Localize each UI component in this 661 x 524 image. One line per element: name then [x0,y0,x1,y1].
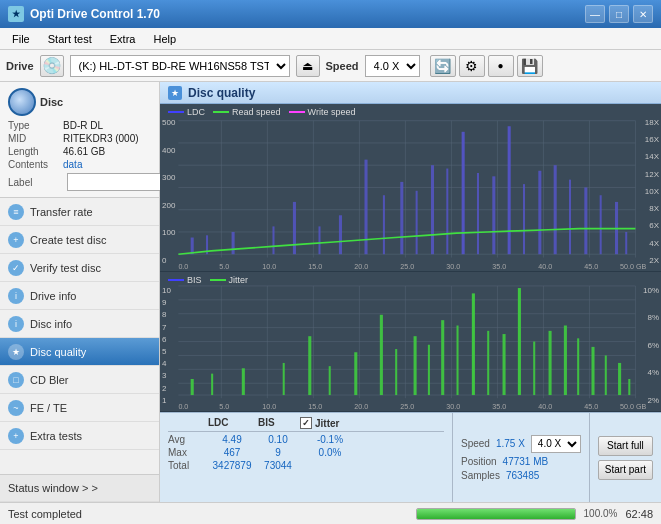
svg-text:50.0 GB: 50.0 GB [620,261,646,270]
progress-bar-fill [417,509,575,519]
svg-rect-87 [472,293,475,395]
svg-rect-79 [329,366,331,395]
stats-table-container: LDC BIS ✓ Jitter Avg 4.49 0. [160,413,452,502]
disc-quality-label: Disc quality [30,346,86,358]
svg-rect-22 [293,202,296,254]
jitter-checkbox[interactable]: ✓ [300,417,312,429]
speed-select-stats[interactable]: 4.0 X [531,435,581,453]
main-layout: Disc Type BD-R DL MID RITEKDR3 (000) Len… [0,82,661,502]
svg-text:10.0: 10.0 [262,402,276,411]
save-button[interactable]: 💾 [517,55,543,77]
svg-rect-76 [242,368,245,395]
statusbar: Test completed 100.0% 62:48 [0,502,661,524]
minimize-button[interactable]: — [585,5,605,23]
toolbar-buttons: 🔄 ⚙ ● 💾 [430,55,543,77]
ldc-max: 467 [208,447,256,458]
menu-file[interactable]: File [4,31,38,47]
svg-text:5.0: 5.0 [219,261,229,270]
record-button[interactable]: ● [488,55,514,77]
sidebar-item-disc-info[interactable]: i Disc info [0,310,159,338]
legend-bis: BIS [168,275,202,285]
chart1-y-axis-right: 18X 16X 14X 12X 10X 8X 6X 4X 2X [645,118,659,265]
disc-icon [8,88,36,116]
svg-rect-96 [605,355,607,395]
create-test-disc-label: Create test disc [30,234,106,246]
ldc-avg: 4.49 [208,434,256,445]
sidebar-item-drive-info[interactable]: i Drive info [0,282,159,310]
sidebar-item-verify-test-disc[interactable]: ✓ Verify test disc [0,254,159,282]
sidebar-item-cd-bler[interactable]: □ CD Bler [0,366,159,394]
svg-text:35.0: 35.0 [492,402,506,411]
drive-info-label: Drive info [30,290,76,302]
jitter-header: Jitter [315,418,339,429]
samples-row: Samples 763485 [461,470,581,481]
svg-rect-31 [462,132,465,254]
disc-quality-icon: ★ [8,344,24,360]
sidebar-item-status-window[interactable]: Status window > > [0,474,159,502]
speed-value: 1.75 X [496,438,525,449]
svg-rect-38 [569,180,571,255]
maximize-button[interactable]: □ [609,5,629,23]
disc-type-value: BD-R DL [63,120,103,131]
chart-ldc: LDC Read speed Write speed 500 400 300 [160,104,661,272]
chart1-y-axis-left: 500 400 300 200 100 0 [162,118,175,265]
menu-help[interactable]: Help [145,31,184,47]
chart1-legend: LDC Read speed Write speed [168,107,355,117]
svg-text:45.0: 45.0 [584,261,598,270]
sidebar-item-transfer-rate[interactable]: ≡ Transfer rate [0,198,159,226]
sidebar-item-disc-quality[interactable]: ★ Disc quality [0,338,159,366]
svg-text:25.0: 25.0 [400,261,414,270]
progress-pct: 100.0% [584,508,618,519]
disc-mid-row: MID RITEKDR3 (000) [8,133,151,144]
drive-label: Drive [6,60,34,72]
status-time: 62:48 [625,508,653,520]
status-text: Test completed [8,508,408,520]
stats-avg-row: Avg 4.49 0.10 -0.1% [168,434,444,445]
menu-start-test[interactable]: Start test [40,31,100,47]
disc-quality-header-icon: ★ [168,86,182,100]
speed-select[interactable]: 4.0 X 2.0 X 6.0 X 8.0 X [365,55,420,77]
eject-button[interactable]: ⏏ [296,55,320,77]
disc-contents-row: Contents data [8,159,151,170]
action-buttons: Start full Start part [589,413,661,502]
disc-mid-label: MID [8,133,63,144]
position-row: Position 47731 MB [461,456,581,467]
settings-button[interactable]: ⚙ [459,55,485,77]
sidebar-item-fe-te[interactable]: ~ FE / TE [0,394,159,422]
svg-text:35.0: 35.0 [492,261,506,270]
svg-rect-36 [538,171,541,254]
extra-tests-icon: + [8,428,24,444]
svg-rect-88 [487,331,489,395]
start-part-button[interactable]: Start part [598,460,653,480]
jitter-color [210,279,226,281]
sidebar-item-extra-tests[interactable]: + Extra tests [0,422,159,450]
drivebar: Drive 💿 (K:) HL-DT-ST BD-RE WH16NS58 TST… [0,50,661,82]
disc-quality-title: Disc quality [188,86,255,100]
svg-rect-74 [191,379,194,395]
drive-select[interactable]: (K:) HL-DT-ST BD-RE WH16NS58 TST4 [70,55,290,77]
menu-extra[interactable]: Extra [102,31,144,47]
status-window-label: Status window > > [8,482,98,494]
refresh-button[interactable]: 🔄 [430,55,456,77]
samples-value: 763485 [506,470,539,481]
svg-text:20.0: 20.0 [354,402,368,411]
svg-rect-23 [318,226,320,254]
sidebar-item-create-test-disc[interactable]: + Create test disc [0,226,159,254]
bis-header: BIS [258,417,298,429]
verify-test-disc-label: Verify test disc [30,262,101,274]
verify-test-disc-icon: ✓ [8,260,24,276]
legend-jitter: Jitter [210,275,249,285]
svg-rect-40 [600,195,602,254]
svg-text:40.0: 40.0 [538,402,552,411]
svg-rect-32 [477,173,479,254]
position-value: 47731 MB [503,456,549,467]
svg-text:15.0: 15.0 [308,402,322,411]
cd-bler-icon: □ [8,372,24,388]
bis-max: 9 [258,447,298,458]
start-full-button[interactable]: Start full [598,436,653,456]
svg-text:40.0: 40.0 [538,261,552,270]
chart2-y-axis-left: 10 9 8 7 6 5 4 3 2 1 [162,286,171,405]
close-button[interactable]: ✕ [633,5,653,23]
chart1-svg: 0.0 5.0 10.0 15.0 20.0 25.0 30.0 35.0 40… [160,104,661,271]
bis-avg: 0.10 [258,434,298,445]
